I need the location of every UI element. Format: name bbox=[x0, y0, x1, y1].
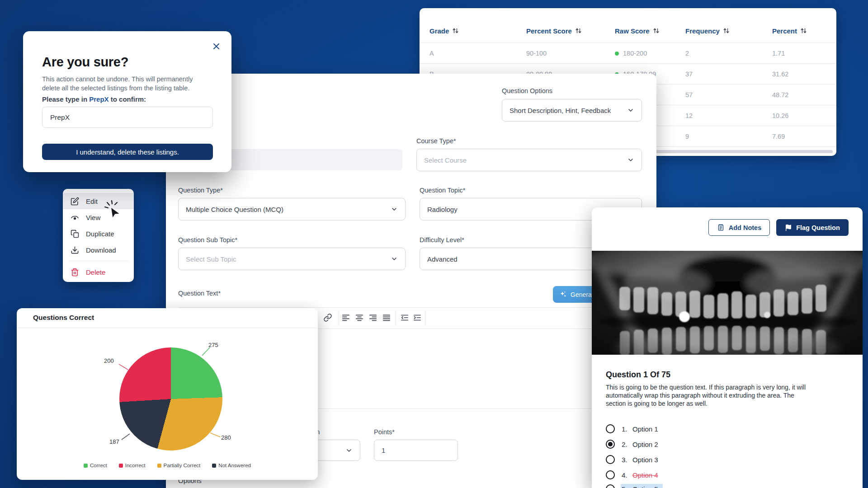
question-body-text: This is going to be the question text. I… bbox=[606, 384, 810, 408]
radio-button[interactable] bbox=[606, 484, 615, 488]
difficulty-level-label: Difficulty Level* bbox=[420, 236, 464, 244]
confirm-text-input[interactable]: PrepX bbox=[42, 107, 213, 128]
pie-value-label: 187 bbox=[109, 438, 119, 445]
answer-option-row: 5. Option 5 bbox=[606, 483, 663, 488]
points-label: Points* bbox=[374, 428, 395, 436]
chevron-down-icon bbox=[627, 156, 634, 164]
legend-item: Incorrect bbox=[119, 463, 146, 468]
sparkles-icon bbox=[559, 291, 567, 298]
radio-button[interactable] bbox=[606, 455, 615, 464]
legend-swatch bbox=[212, 464, 216, 468]
menu-item-delete[interactable]: Delete bbox=[63, 264, 134, 280]
course-type-label: Course Type* bbox=[416, 137, 456, 145]
download-icon bbox=[71, 246, 79, 254]
product-name: PrepX bbox=[89, 95, 108, 103]
confirm-delete-button[interactable]: I understand, delete these listings. bbox=[42, 144, 213, 160]
sort-icon[interactable] bbox=[723, 28, 730, 34]
chevron-down-icon bbox=[627, 107, 634, 114]
question-counter-heading: Question 1 Of 75 bbox=[606, 370, 670, 380]
answer-option-row: 1. Option 1 bbox=[606, 423, 658, 434]
app-background: Grade Percent Score Raw Score Frequency … bbox=[0, 0, 868, 488]
column-header-percent[interactable]: Percent bbox=[772, 27, 807, 35]
menu-item-download[interactable]: Download bbox=[63, 242, 134, 258]
question-type-select[interactable]: Multiple Choice Question (MCQ) bbox=[178, 198, 406, 221]
sort-icon[interactable] bbox=[575, 28, 582, 34]
question-options-select[interactable]: Short Description, Hint, Feedback bbox=[502, 99, 642, 122]
delete-confirmation-modal: Are you sure? This action cannot be undo… bbox=[23, 31, 231, 172]
sort-icon[interactable] bbox=[653, 28, 660, 34]
outdent-icon[interactable] bbox=[401, 314, 409, 322]
points-input[interactable]: 1 bbox=[374, 440, 458, 461]
sort-icon[interactable] bbox=[800, 28, 807, 34]
pie-value-label: 280 bbox=[221, 434, 231, 441]
menu-item-edit[interactable]: Edit bbox=[63, 193, 134, 209]
question-type-label: Question Type* bbox=[178, 187, 223, 194]
close-icon[interactable] bbox=[212, 42, 221, 51]
notepad-icon bbox=[717, 224, 725, 231]
pie-value-label: 275 bbox=[208, 342, 218, 348]
flag-icon bbox=[785, 224, 792, 231]
column-header-frequency[interactable]: Frequency bbox=[685, 27, 730, 35]
course-type-select[interactable]: Select Course bbox=[416, 149, 642, 171]
indent-icon[interactable] bbox=[413, 314, 422, 322]
pencil-edit-icon bbox=[71, 197, 79, 206]
eye-icon bbox=[71, 213, 79, 222]
legend-item: Partially Correct bbox=[157, 463, 201, 468]
radio-button[interactable] bbox=[606, 424, 615, 433]
menu-item-view[interactable]: View bbox=[63, 209, 134, 225]
flag-question-button[interactable]: Flag Question bbox=[776, 219, 849, 236]
link-icon[interactable] bbox=[324, 314, 332, 322]
align-justify-icon[interactable] bbox=[382, 314, 391, 322]
pie-value-label: 200 bbox=[104, 357, 114, 364]
align-left-icon[interactable] bbox=[342, 314, 350, 322]
table-header-row: Grade Percent Score Raw Score Frequency … bbox=[420, 8, 836, 42]
answer-option-row: 3. Option 3 bbox=[606, 454, 658, 465]
column-header-grade[interactable]: Grade bbox=[429, 27, 459, 35]
column-header-percent-score[interactable]: Percent Score bbox=[526, 27, 582, 35]
modal-description: This action cannot be undone. This will … bbox=[42, 75, 198, 93]
chart-legend: Correct Incorrect Partially Correct Not … bbox=[17, 463, 318, 468]
add-notes-button[interactable]: Add Notes bbox=[708, 219, 770, 236]
chevron-down-icon bbox=[391, 206, 398, 213]
duplicate-icon bbox=[71, 230, 79, 238]
legend-swatch bbox=[119, 464, 123, 468]
divider bbox=[68, 261, 128, 261]
question-options-label: Question Options bbox=[502, 87, 552, 94]
align-right-icon[interactable] bbox=[369, 314, 377, 322]
question-sub-topic-select[interactable]: Select Sub Topic bbox=[178, 248, 406, 270]
answer-option-row: 4. Option 4 bbox=[606, 469, 658, 480]
question-text-label: Question Text* bbox=[178, 290, 221, 297]
dental-xray-image bbox=[592, 251, 863, 355]
align-center-icon[interactable] bbox=[355, 314, 364, 322]
toolbar-border bbox=[178, 307, 647, 308]
chevron-down-icon bbox=[391, 255, 398, 263]
radio-button-selected[interactable] bbox=[606, 440, 615, 449]
legend-item: Not Answered bbox=[212, 463, 251, 468]
sort-icon[interactable] bbox=[452, 28, 459, 34]
legend-swatch bbox=[84, 464, 88, 468]
radio-button[interactable] bbox=[606, 470, 615, 479]
menu-item-duplicate[interactable]: Duplicate bbox=[63, 225, 134, 242]
text-selection-highlight: 5. Option 5 bbox=[621, 484, 663, 488]
row-context-menu: Edit View Duplicate Download Delete bbox=[63, 189, 134, 282]
status-dot bbox=[615, 52, 619, 56]
pie-leader-lines bbox=[17, 308, 318, 480]
chevron-down-icon bbox=[345, 447, 353, 454]
modal-title: Are you sure? bbox=[42, 55, 128, 70]
question-preview-panel: Add Notes Flag Question bbox=[592, 207, 863, 488]
questions-correct-chart-card: Questions Correct 275 200 187 280 Correc… bbox=[17, 308, 318, 480]
table-row[interactable]: A 90-100 180-200 2 1.71 bbox=[420, 42, 836, 64]
column-header-raw-score[interactable]: Raw Score bbox=[615, 27, 660, 35]
legend-swatch bbox=[157, 464, 161, 468]
legend-item: Correct bbox=[84, 463, 107, 468]
question-topic-label: Question Topic* bbox=[420, 187, 465, 194]
confirm-instruction: Please type in PrepX to confirm: bbox=[42, 95, 146, 103]
question-sub-topic-label: Question Sub Topic* bbox=[178, 236, 237, 244]
trash-icon bbox=[71, 268, 79, 277]
answer-option-row: 2. Option 2 bbox=[606, 439, 658, 450]
